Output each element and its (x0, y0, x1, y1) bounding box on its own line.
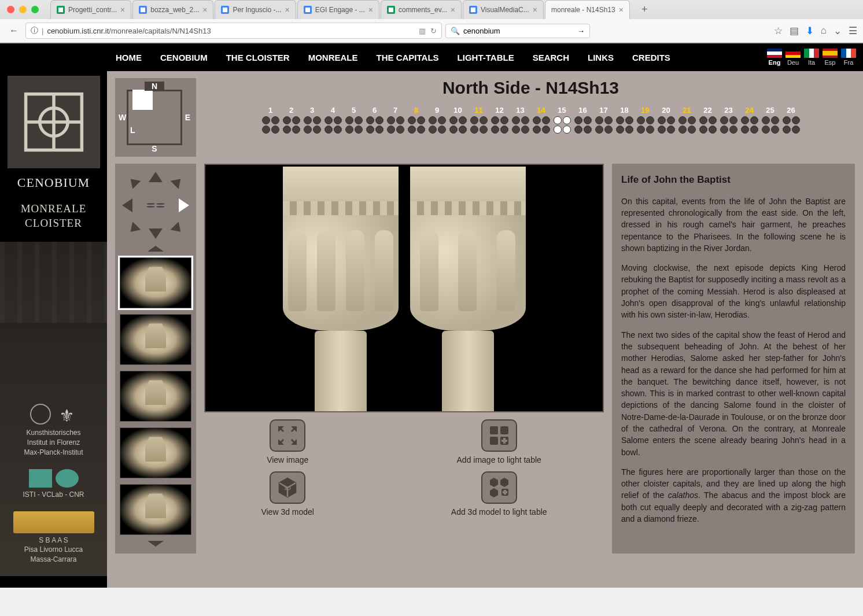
thumbnail-4[interactable] (120, 427, 191, 478)
lang-fra[interactable]: Fra (841, 49, 856, 66)
view-3d-button[interactable]: 3D (270, 471, 305, 504)
maximize-window-icon[interactable] (31, 6, 39, 13)
tab-close-icon[interactable]: × (202, 5, 207, 14)
new-tab-button[interactable]: + (636, 0, 654, 19)
capital-link-7[interactable]: 7 (386, 106, 405, 134)
browser-tab-2[interactable]: Per Inguscio -...× (215, 0, 296, 19)
tab-close-icon[interactable]: × (368, 5, 373, 14)
library-icon[interactable]: ▤ (790, 25, 799, 37)
arrow-nw-icon[interactable] (127, 175, 141, 189)
thumbnail-3[interactable] (120, 371, 191, 422)
capital-link-24[interactable]: 24 (740, 106, 759, 134)
thumbnail-5[interactable] (120, 484, 191, 535)
nav-links[interactable]: LINKS (588, 53, 614, 62)
capital-link-13[interactable]: 13 (511, 106, 530, 134)
lang-deu[interactable]: Deu (785, 49, 801, 66)
nav-search[interactable]: SEARCH (533, 53, 569, 62)
arrow-sw-icon[interactable] (127, 222, 141, 236)
menu-icon[interactable]: ☰ (849, 25, 857, 37)
capital-link-25[interactable]: 25 (761, 106, 780, 134)
arrow-ne-icon[interactable] (171, 175, 185, 189)
search-go-icon[interactable]: → (577, 27, 585, 35)
lang-eng[interactable]: Eng (767, 49, 782, 66)
capital-link-16[interactable]: 16 (573, 106, 592, 134)
thumbs-scroll-up-icon[interactable] (147, 246, 164, 252)
reader-mode-icon[interactable]: ▥ (419, 27, 426, 35)
credit-isti[interactable]: ISTI - VCLab - CNR (23, 469, 84, 500)
add-image-button[interactable] (481, 419, 517, 452)
nav-home[interactable]: HOME (116, 53, 142, 62)
tab-close-icon[interactable]: × (285, 5, 290, 14)
nav-credits[interactable]: CREDITS (632, 53, 670, 62)
capital-link-21[interactable]: 21 (677, 106, 696, 134)
search-bar[interactable]: 🔍 → (445, 24, 590, 38)
tab-label: Progetti_contr... (68, 6, 117, 14)
add-3d-label: Add 3d model to light table (451, 507, 547, 517)
arrow-south-icon[interactable] (149, 228, 163, 239)
view-image-button[interactable] (270, 419, 305, 452)
minimize-window-icon[interactable] (19, 6, 27, 13)
wheel-center-icon[interactable] (147, 204, 165, 208)
bookmark-icon[interactable]: ☆ (774, 25, 783, 37)
capital-link-9[interactable]: 9 (427, 106, 447, 134)
capital-link-14[interactable]: 14 (532, 106, 551, 134)
search-input[interactable] (463, 27, 574, 35)
browser-tab-4[interactable]: comments_ev...× (381, 0, 462, 19)
thumbnail-1[interactable] (120, 257, 191, 308)
nav-light-table[interactable]: LIGHT-TABLE (458, 53, 514, 62)
browser-tab-5[interactable]: VisualMediaC...× (463, 0, 544, 19)
capital-link-23[interactable]: 23 (719, 106, 738, 134)
capital-link-6[interactable]: 6 (365, 106, 384, 134)
close-window-icon[interactable] (7, 6, 14, 13)
lang-ita[interactable]: Ita (804, 49, 819, 66)
reload-icon[interactable]: ↻ (430, 27, 437, 35)
capital-link-20[interactable]: 20 (657, 106, 676, 134)
site-logo[interactable] (8, 76, 100, 168)
url-bar[interactable]: ⓘ | cenobium.isti.cnr.it/monreale/capita… (25, 23, 442, 39)
capital-link-12[interactable]: 12 (490, 106, 509, 134)
thumbs-scroll-down-icon[interactable] (147, 541, 164, 547)
credit-sbaas[interactable]: S B A A S Pisa Livorno Lucca Massa-Carra… (13, 511, 94, 565)
browser-tab-3[interactable]: EGI Engage - ...× (297, 0, 379, 19)
browser-tab-1[interactable]: bozza_web_2...× (132, 0, 213, 19)
capital-link-10[interactable]: 10 (448, 106, 467, 134)
browser-tab-0[interactable]: Progetti_contr...× (50, 0, 131, 19)
capital-link-11[interactable]: 11 (469, 106, 488, 134)
tab-close-icon[interactable]: × (533, 5, 537, 14)
capital-link-3[interactable]: 3 (303, 106, 322, 134)
thumbnail-2[interactable] (120, 314, 191, 365)
capital-link-26[interactable]: 26 (781, 106, 801, 134)
downloads-icon[interactable]: ⬇ (806, 25, 814, 37)
back-button[interactable]: ← (6, 23, 22, 39)
compass-north-segment[interactable] (132, 90, 153, 110)
tab-close-icon[interactable]: × (451, 5, 455, 14)
capital-link-1[interactable]: 1 (261, 106, 280, 134)
nav-monreale[interactable]: MONREALE (308, 53, 358, 62)
credit-khi[interactable]: ⚜ Kunsthistorisches Institut in Florenz … (24, 404, 83, 457)
capital-link-17[interactable]: 17 (594, 106, 613, 134)
browser-tab-6[interactable]: monreale - N14Sh13× (545, 0, 630, 19)
arrow-north-icon[interactable] (149, 172, 163, 182)
capital-link-8[interactable]: 8 (407, 106, 426, 134)
info-icon[interactable]: ⓘ (31, 25, 38, 36)
capital-link-2[interactable]: 2 (282, 106, 301, 134)
capital-link-19[interactable]: 19 (636, 106, 655, 134)
arrow-se-icon[interactable] (171, 222, 185, 236)
nav-the-capitals[interactable]: THE CAPITALS (377, 53, 439, 62)
home-icon[interactable]: ⌂ (821, 25, 827, 37)
nav-cenobium[interactable]: CENOBIUM (160, 53, 208, 62)
main-viewer[interactable] (204, 164, 604, 412)
capital-link-18[interactable]: 18 (615, 106, 634, 134)
add-3d-button[interactable] (481, 471, 517, 504)
lang-esp[interactable]: Esp (823, 49, 838, 66)
capital-link-22[interactable]: 22 (698, 106, 717, 134)
capital-link-4[interactable]: 4 (323, 106, 342, 134)
tab-close-icon[interactable]: × (619, 5, 624, 14)
pocket-icon[interactable]: ⌄ (834, 25, 842, 37)
capital-link-5[interactable]: 5 (344, 106, 363, 134)
arrow-east-icon[interactable] (179, 198, 189, 212)
arrow-west-icon[interactable] (122, 198, 132, 212)
capital-link-15[interactable]: 15 (552, 106, 571, 134)
tab-close-icon[interactable]: × (120, 5, 125, 14)
nav-the-cloister[interactable]: THE CLOISTER (226, 53, 290, 62)
